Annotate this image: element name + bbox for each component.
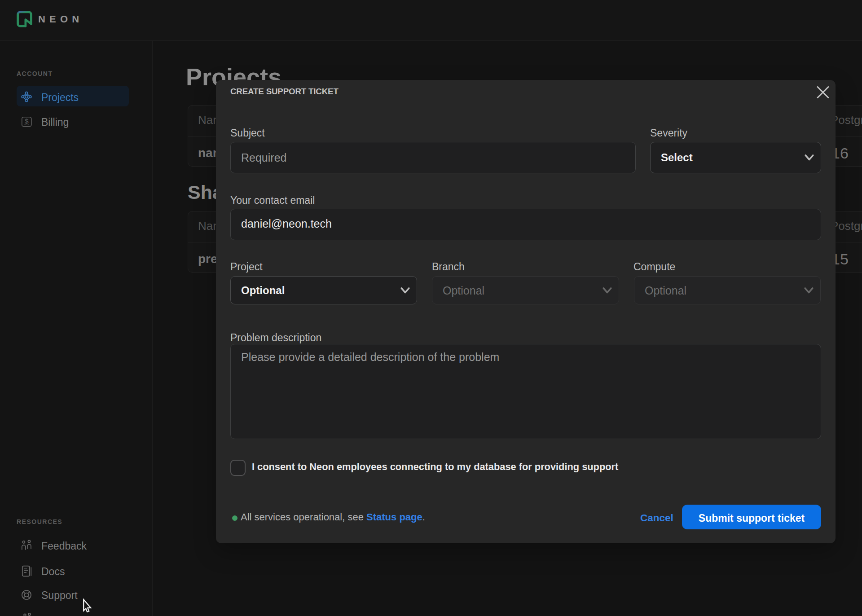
svg-text:$: $ <box>25 117 29 125</box>
